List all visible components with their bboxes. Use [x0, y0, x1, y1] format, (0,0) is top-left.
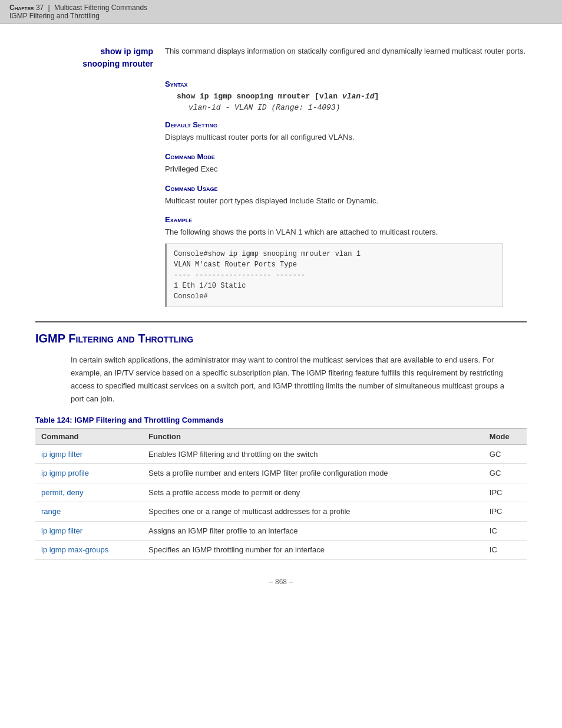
table-cell-mode: GC — [484, 464, 527, 483]
code-line-5: Console# — [174, 291, 495, 302]
table-cell-command[interactable]: ip igmp profile — [35, 464, 143, 483]
table-cell-function: Specifies an IGMP throttling number for … — [143, 541, 484, 560]
table-row: ip igmp filterAssigns an IGMP filter pro… — [35, 521, 527, 541]
igmp-section: IGMP Filtering and Throttling In certain… — [35, 332, 527, 559]
table-cell-mode: IPC — [484, 502, 527, 522]
syntax-section: Syntax show ip igmp snooping mrouter [vl… — [165, 80, 527, 112]
code-line-3: ---- ------------------ ------- — [174, 270, 495, 281]
table-container: Table 124: IGMP Filtering and Throttling… — [35, 416, 527, 560]
code-block: Console#show ip igmp snooping mrouter vl… — [165, 243, 503, 307]
table-cell-mode: IPC — [484, 483, 527, 502]
sub-title: IGMP Filtering and Throttling — [9, 12, 553, 20]
usage-section: Command Usage Multicast router port type… — [165, 184, 527, 207]
igmp-intro: In certain switch applications, the admi… — [71, 354, 515, 406]
table-cell-command[interactable]: permit, deny — [35, 483, 143, 502]
chapter-label: Chapter — [9, 4, 34, 12]
table-cell-command[interactable]: ip igmp filter — [35, 444, 143, 464]
table-cell-function: Specifies one or a range of multicast ad… — [143, 502, 484, 522]
col-mode: Mode — [484, 428, 527, 444]
command-name-line2: snooping mrouter — [35, 58, 153, 70]
table-title: Table 124: IGMP Filtering and Throttling… — [35, 416, 527, 424]
table-cell-function: Sets a profile access mode to permit or … — [143, 483, 484, 502]
page-footer: – 868 – — [35, 578, 527, 598]
table-row: permit, denySets a profile access mode t… — [35, 483, 527, 502]
table-cell-mode: IC — [484, 521, 527, 541]
mode-section: Command Mode Privileged Exec — [165, 152, 527, 176]
igmp-table: CommandFunctionMode ip igmp filterEnable… — [35, 428, 527, 560]
page-header: Chapter 37 | Multicast Filtering Command… — [0, 0, 562, 24]
example-intro: The following shows the ports in VLAN 1 … — [165, 226, 503, 239]
col-function: Function — [143, 428, 484, 444]
table-row: ip igmp max-groupsSpecifies an IGMP thro… — [35, 541, 527, 560]
example-section: Example The following shows the ports in… — [165, 215, 527, 307]
code-line-4: 1 Eth 1/10 Static — [174, 281, 495, 291]
table-row: ip igmp profileSets a profile number and… — [35, 464, 527, 483]
syntax-command-text: show ip igmp snooping mrouter — [177, 92, 310, 101]
command-section: show ip igmp snooping mrouter This comma… — [35, 45, 527, 70]
code-line-1: Console#show ip igmp snooping mrouter vl… — [174, 249, 495, 259]
table-cell-mode: GC — [484, 444, 527, 464]
main-content: show ip igmp snooping mrouter This comma… — [0, 24, 562, 610]
command-name: show ip igmp snooping mrouter — [35, 45, 165, 70]
table-row: rangeSpecifies one or a range of multica… — [35, 502, 527, 522]
usage-label: Command Usage — [165, 184, 503, 193]
example-label: Example — [165, 215, 503, 224]
table-header-row: CommandFunctionMode — [35, 428, 527, 444]
col-command: Command — [35, 428, 143, 444]
code-line-2: VLAN M'cast Router Ports Type — [174, 259, 495, 270]
syntax-command: show ip igmp snooping mrouter [vlan vlan… — [177, 92, 503, 101]
table-cell-function: Enables IGMP filtering and throttling on… — [143, 444, 484, 464]
chapter-line: Chapter 37 | Multicast Filtering Command… — [9, 4, 553, 12]
syntax-bracket-open: [ — [315, 92, 319, 101]
table-cell-command[interactable]: range — [35, 502, 143, 522]
separator: | — [48, 4, 50, 12]
mode-text: Privileged Exec — [165, 163, 503, 176]
section-divider — [35, 321, 527, 322]
syntax-param: vlan-id - VLAN ID (Range: 1-4093) — [189, 103, 503, 112]
igmp-heading: IGMP Filtering and Throttling — [35, 332, 527, 345]
chapter-number: 37 — [36, 4, 44, 12]
command-name-line1: show ip igmp — [35, 45, 153, 58]
syntax-label: Syntax — [165, 80, 503, 88]
usage-text: Multicast router port types displayed in… — [165, 195, 503, 207]
table-cell-function: Sets a profile number and enters IGMP fi… — [143, 464, 484, 483]
default-section: Default Setting Displays multicast route… — [165, 120, 527, 144]
default-label: Default Setting — [165, 120, 503, 129]
syntax-bracket-close: ] — [375, 92, 379, 101]
table-cell-command[interactable]: ip igmp filter — [35, 521, 143, 541]
table-row: ip igmp filterEnables IGMP filtering and… — [35, 444, 527, 464]
chapter-title: Multicast Filtering Commands — [54, 4, 147, 12]
command-description: This command displays information on sta… — [165, 45, 527, 70]
syntax-vlan-id: vlan-id — [342, 92, 375, 101]
mode-label: Command Mode — [165, 152, 503, 161]
syntax-vlan-keyword: vlan — [319, 92, 338, 101]
syntax-param-name: vlan-id — [189, 103, 221, 112]
table-cell-mode: IC — [484, 541, 527, 560]
table-cell-function: Assigns an IGMP filter profile to an int… — [143, 521, 484, 541]
syntax-param-desc: - VLAN ID (Range: 1-4093) — [225, 103, 340, 112]
default-text: Displays multicast router ports for all … — [165, 131, 503, 144]
table-cell-command[interactable]: ip igmp max-groups — [35, 541, 143, 560]
